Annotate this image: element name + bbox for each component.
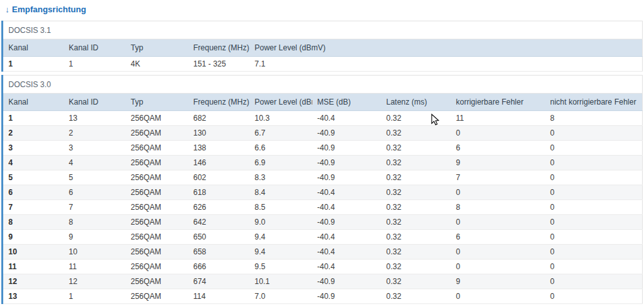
table-cell: 0: [451, 126, 545, 141]
table-cell: 0: [545, 230, 643, 245]
table-cell: 0.32: [381, 156, 451, 170]
table-cell: 10: [3, 245, 64, 260]
table-cell: 8: [64, 215, 126, 230]
column-header: Latenz (ms): [381, 94, 451, 111]
column-header: Kanal: [3, 94, 64, 111]
channel-table: DOCSIS 3.0KanalKanal IDTypFrequenz (MHz)…: [1, 75, 643, 304]
table-cell: 8: [451, 200, 545, 215]
table-cell: 11: [64, 260, 126, 274]
table-cell: -40.9: [312, 170, 381, 185]
table-cell: 256QAM: [126, 111, 188, 126]
table-row: 88256QAM6429.0-40.90.3200: [3, 215, 643, 230]
table-cell: 4: [64, 156, 126, 170]
table-cell: 602: [188, 170, 250, 185]
table-cell: 8: [3, 215, 64, 230]
table-cell: 0.32: [381, 126, 451, 141]
table-row: 77256QAM6268.5-40.40.3280: [3, 200, 643, 215]
table-cell: 682: [188, 111, 250, 126]
table-cell: -40.9: [312, 289, 381, 304]
table-cell: 256QAM: [126, 230, 188, 245]
table-cell: 2: [64, 126, 126, 141]
table-cell: 4K: [126, 57, 188, 72]
table-cell: -40.9: [312, 215, 381, 230]
table-row: 1212256QAM67410.1-40.90.3290: [3, 274, 643, 289]
table-cell: 0: [545, 289, 643, 304]
table-cell: 0: [545, 274, 643, 289]
header-row: KanalKanal IDTypFrequenz (MHz)Power Leve…: [3, 39, 643, 57]
table-cell: 11: [451, 111, 545, 126]
table-cell: 0.32: [381, 230, 451, 245]
table-cell: 9.5: [250, 260, 312, 274]
table-cell: 10: [64, 245, 126, 260]
table-cell: 256QAM: [126, 245, 188, 260]
table-cell: 0.32: [381, 260, 451, 274]
section-title: DOCSIS 3.1: [3, 21, 643, 39]
table-cell: 0: [451, 185, 545, 200]
table-cell: 0: [451, 289, 545, 304]
table-cell: -40.9: [312, 274, 381, 289]
table-cell: 0: [545, 156, 643, 170]
table-cell: 0.32: [381, 274, 451, 289]
table-cell: -40.9: [312, 156, 381, 170]
table-cell: 256QAM: [126, 170, 188, 185]
table-cell: 12: [3, 274, 64, 289]
table-cell: 146: [188, 156, 250, 170]
table-cell: -40.4: [312, 260, 381, 274]
table-cell: 7.0: [250, 289, 312, 304]
table-cell: 658: [188, 245, 250, 260]
table-cell: 0: [545, 245, 643, 260]
table-cell: 7.1: [250, 57, 643, 72]
table-cell: 13: [3, 289, 64, 304]
table-cell: 0: [451, 245, 545, 260]
table-cell: -40.9: [312, 126, 381, 141]
table-cell: -40.4: [312, 200, 381, 215]
down-arrow-icon: ↓: [5, 5, 10, 14]
table-cell: 10.3: [250, 111, 312, 126]
table-row: 1010256QAM6589.4-40.40.3200: [3, 245, 643, 260]
column-header: Frequenz (MHz): [188, 39, 250, 57]
table-cell: 6: [3, 185, 64, 200]
table-cell: 0.32: [381, 215, 451, 230]
column-header: Frequenz (MHz): [188, 94, 250, 111]
table-cell: 8.3: [250, 170, 312, 185]
table-row: 22256QAM1306.7-40.90.3200: [3, 126, 643, 141]
table-row: 33256QAM1386.6-40.90.3260: [3, 141, 643, 156]
table-cell: 618: [188, 185, 250, 200]
channel-table: DOCSIS 3.1KanalKanal IDTypFrequenz (MHz)…: [1, 21, 643, 72]
table-cell: 256QAM: [126, 141, 188, 156]
table-cell: 0: [545, 215, 643, 230]
table-cell: 151 - 325: [188, 57, 250, 72]
table-cell: 7: [3, 200, 64, 215]
table-cell: 674: [188, 274, 250, 289]
table-cell: 256QAM: [126, 156, 188, 170]
table-cell: -40.4: [312, 230, 381, 245]
table-row: 44256QAM1466.9-40.90.3290: [3, 156, 643, 170]
table-cell: 114: [188, 289, 250, 304]
table-row: 113256QAM68210.3-40.40.32118: [3, 111, 643, 126]
table-cell: 130: [188, 126, 250, 141]
table-cell: 5: [3, 170, 64, 185]
table-cell: 256QAM: [126, 185, 188, 200]
section-row: DOCSIS 3.1: [3, 21, 643, 39]
table-cell: 1: [64, 289, 126, 304]
table-cell: 256QAM: [126, 215, 188, 230]
table-row: 1111256QAM6669.5-40.40.3200: [3, 260, 643, 274]
table-cell: 0.32: [381, 289, 451, 304]
section-row: DOCSIS 3.0: [3, 76, 643, 94]
table-cell: 6.6: [250, 141, 312, 156]
table-cell: 11: [3, 260, 64, 274]
table-cell: 3: [64, 141, 126, 156]
table-cell: 9.4: [250, 230, 312, 245]
table-cell: 7: [64, 200, 126, 215]
table-cell: 650: [188, 230, 250, 245]
receive-direction-toggle[interactable]: ↓ Empfangsrichtung: [5, 5, 86, 14]
table-cell: 9: [451, 156, 545, 170]
column-header: Power Level (dBmV): [250, 94, 312, 111]
table-cell: 0.32: [381, 141, 451, 156]
receive-direction-label: Empfangsrichtung: [12, 5, 86, 14]
table-cell: -40.4: [312, 245, 381, 260]
table-cell: 0: [545, 126, 643, 141]
table-cell: 8.5: [250, 200, 312, 215]
table-cell: -40.4: [312, 185, 381, 200]
table-row: 55256QAM6028.3-40.90.3270: [3, 170, 643, 185]
